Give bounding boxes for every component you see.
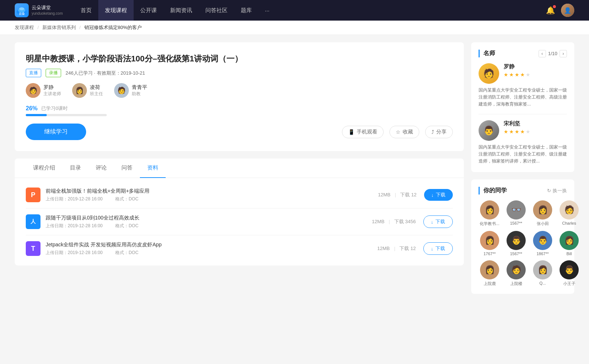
main-nav: 云朵 云朵课堂 yunduoketang.com 首页 发现课程 公开课 新闻资… (0, 0, 589, 21)
classmate-6[interactable]: 👨 1567** (505, 231, 527, 256)
classmate-9-name: 上院鹿 (479, 281, 501, 286)
download-2-icon: ↓ (431, 219, 434, 225)
sidebar-teacher-2-stars: ★ ★ ★ ★ ★ (504, 129, 530, 135)
file-3-name: Jetpack全组件实战 开发短视频应用高仿皮皮虾App (46, 242, 377, 248)
tag-record: 录播 (46, 69, 61, 77)
file-item-1: P 前端全栈加强版！前端全栈+全周期+多端应用 上传日期：2019-12-28 … (26, 182, 453, 208)
tabs-section: 课程介绍 目录 评论 问答 资料 P 前端全栈加强版！前端全栈+全周期+多端应用… (15, 158, 464, 265)
prev-page-button[interactable]: ‹ (539, 50, 546, 57)
classmate-8[interactable]: 👩 Bill (558, 231, 580, 256)
sidebar-teacher-1-avatar: 🧑 (479, 63, 499, 84)
classmates-title: 你的同学 (479, 187, 507, 195)
classmate-4-avatar: 🧑 (560, 200, 579, 220)
classmate-12-name: 小王子 (558, 281, 580, 286)
teacher-1-name: 罗静 (43, 84, 61, 91)
sidebar-teacher-1-info: 罗静 ★ ★ ★ ★ ★ (504, 63, 530, 78)
classmate-2[interactable]: 👓 1567** (505, 200, 527, 226)
progress-label-row: 26% 已学习0课时 (26, 105, 453, 112)
file-3-stats: 12MB | 下载 12 (377, 245, 416, 252)
refresh-icon: ↻ (547, 188, 551, 193)
sidebar-teacher-2-desc: 国内某重点大学安全工程专业硕士，国家一级注册消防工程师、注册安全工程师、级注册建… (479, 144, 567, 165)
classmate-7[interactable]: 👨 1867** (532, 231, 554, 256)
classmate-6-avatar: 👨 (507, 231, 526, 250)
classmate-12-avatar: 👨 (560, 260, 579, 279)
classmate-10-avatar: 🧑 (507, 260, 526, 279)
collect-button[interactable]: ☆ 收藏 (389, 126, 419, 138)
nav-item-quiz[interactable]: 题库 (234, 0, 258, 21)
action-buttons: 📱 手机观看 ☆ 收藏 ⤴ 分享 (342, 126, 453, 138)
classmate-11[interactable]: 👩 Q... (532, 260, 554, 286)
sidebar-teacher-1-stars: ★ ★ ★ ★ ★ (504, 72, 530, 78)
teacher-3: 🧑 青青平 助教 (114, 83, 147, 98)
file-1-meta: 上传日期：2019-12-28 16:00 格式：DOC (46, 196, 378, 202)
tabs-content: P 前端全栈加强版！前端全栈+全周期+多端应用 上传日期：2019-12-28 … (15, 178, 464, 265)
logo-text: 云朵课堂 yunduoketang.com (32, 5, 63, 16)
classmate-5-name: 1767** (479, 251, 501, 256)
nav-item-qa[interactable]: 问答社区 (199, 0, 234, 21)
nav-item-more[interactable]: ··· (258, 0, 276, 21)
next-page-button[interactable]: › (560, 50, 567, 57)
teacher-2-name: 凌荷 (90, 84, 103, 91)
sidebar-teacher-2-profile: 👨 宋利坚 ★ ★ ★ ★ ★ (479, 120, 567, 141)
teachers-divider (479, 114, 567, 114)
user-avatar[interactable]: 👤 (561, 4, 574, 17)
nav-item-discover[interactable]: 发现课程 (98, 0, 134, 21)
mobile-watch-button[interactable]: 📱 手机观看 (342, 126, 384, 138)
classmate-4-name: Charles (558, 221, 580, 225)
left-content: 明星中教授课，小学阶段语法100分–强化级第1讲动词（一） 直播 录播 246人… (15, 42, 464, 356)
download-3-icon: ↓ (431, 246, 434, 251)
classmate-3[interactable]: 👩 张小田 (532, 200, 554, 226)
breadcrumb-sep-1: / (38, 25, 39, 30)
tabs-header: 课程介绍 目录 评论 问答 资料 (15, 158, 464, 178)
classmate-3-name: 张小田 (532, 221, 554, 226)
classmates-grid: 👩 化学教书... 👓 1567** 👩 张小田 🧑 Charles 👩 (479, 200, 567, 286)
classmate-7-avatar: 👨 (533, 231, 552, 250)
download-button-2[interactable]: ↓ 下载 (423, 215, 453, 228)
breadcrumb-discover[interactable]: 发现课程 (15, 25, 34, 30)
course-card: 明星中教授课，小学阶段语法100分–强化级第1讲动词（一） 直播 录播 246人… (15, 42, 464, 151)
course-meta-row: 直播 录播 246人已学习 · 有效期至：2019-10-21 (26, 69, 453, 77)
download-button-1[interactable]: ↓ 下载 (424, 189, 453, 201)
nav-items: 首页 发现课程 公开课 新闻资讯 问答社区 题库 ··· (74, 0, 546, 21)
share-button[interactable]: ⤴ 分享 (425, 126, 453, 138)
notification-dot (553, 5, 556, 8)
download-1-icon: ↓ (431, 192, 434, 198)
notification-bell[interactable]: 🔔 (546, 6, 555, 15)
classmate-10[interactable]: 🧑 上院楼 (505, 260, 527, 286)
file-1-name: 前端全栈加强版！前端全栈+全周期+多端应用 (46, 188, 378, 195)
teachers-row: 🧑 罗静 主讲老师 👩 凌荷 班主任 🧑 (26, 83, 453, 98)
course-title: 明星中教授课，小学阶段语法100分–强化级第1讲动词（一） (26, 53, 453, 64)
classmate-8-avatar: 👩 (560, 231, 579, 250)
classmate-1[interactable]: 👩 化学教书... (479, 200, 501, 226)
classmate-9[interactable]: 👩 上院鹿 (479, 260, 501, 286)
tab-review[interactable]: 评论 (88, 158, 114, 178)
tab-catalog[interactable]: 目录 (63, 158, 88, 178)
tab-intro[interactable]: 课程介绍 (26, 158, 63, 178)
classmate-2-name: 1567** (505, 221, 527, 225)
nav-item-home[interactable]: 首页 (74, 0, 98, 21)
teacher-3-role: 助教 (132, 91, 147, 97)
nav-item-open[interactable]: 公开课 (134, 0, 163, 21)
file-2-stats: 12MB | 下载 3456 (372, 218, 416, 225)
tab-materials[interactable]: 资料 (140, 158, 166, 178)
logo[interactable]: 云朵 云朵课堂 yunduoketang.com (15, 3, 63, 17)
svg-point-2 (19, 7, 24, 10)
continue-learning-button[interactable]: 继续学习 (26, 124, 86, 140)
classmate-4[interactable]: 🧑 Charles (558, 200, 580, 226)
share-icon: ⤴ (431, 129, 434, 135)
refresh-button[interactable]: ↻ 换一换 (547, 188, 567, 194)
classmate-7-name: 1867** (532, 251, 554, 256)
progress-sub: 已学习0课时 (41, 105, 68, 112)
classmate-12[interactable]: 👨 小王子 (558, 260, 580, 286)
classmate-8-name: Bill (558, 251, 580, 256)
teacher-2-avatar: 👩 (72, 83, 87, 98)
teachers-sidebar-card: 名师 ‹ 1/10 › 🧑 罗静 ★ ★ (471, 42, 574, 172)
teachers-card-header: 名师 ‹ 1/10 › (479, 50, 567, 57)
breadcrumb-series[interactable]: 新媒体营销系列 (42, 25, 76, 30)
nav-item-news[interactable]: 新闻资讯 (163, 0, 199, 21)
download-button-3[interactable]: ↓ 下载 (423, 242, 453, 255)
tab-qa[interactable]: 问答 (114, 158, 140, 178)
teacher-1-avatar: 🧑 (26, 83, 40, 98)
classmate-3-avatar: 👩 (533, 200, 552, 220)
classmate-5[interactable]: 👩 1767** (479, 231, 501, 256)
